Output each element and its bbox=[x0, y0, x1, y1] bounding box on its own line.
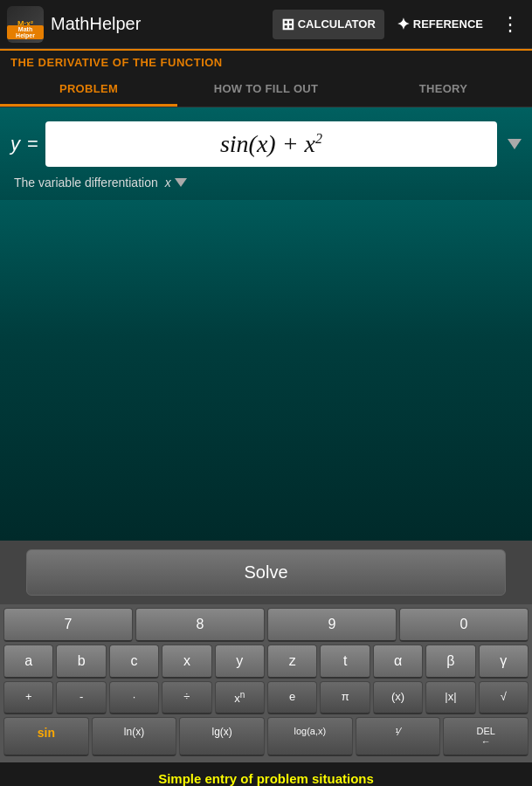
key-sqrt[interactable]: √ bbox=[479, 681, 529, 714]
reference-icon: ✦ bbox=[397, 15, 410, 34]
equation-input-box[interactable]: sin(x) + x2 bbox=[45, 121, 497, 167]
equation-text: sin(x) + x2 bbox=[220, 130, 322, 158]
key-c[interactable]: c bbox=[109, 645, 159, 679]
key-log[interactable]: log(a,x) bbox=[267, 717, 353, 756]
app-title: MathHelper bbox=[51, 14, 273, 34]
key-minus[interactable]: - bbox=[56, 681, 106, 714]
key-t[interactable]: t bbox=[320, 645, 370, 679]
dropdown-triangle-icon[interactable] bbox=[508, 139, 522, 149]
key-delete[interactable]: DEL← bbox=[443, 717, 529, 756]
reference-nav-button[interactable]: ✦ REFERENCE bbox=[388, 10, 492, 39]
section-header: THE DERIVATIVE OF THE FUNCTION bbox=[0, 49, 532, 73]
variable-differentiation-label: The variable differentiation bbox=[14, 176, 158, 190]
key-row-functions: sin ln(x) lg(x) log(a,x) ¹⁄ DEL← bbox=[3, 717, 529, 756]
key-7[interactable]: 7 bbox=[3, 608, 133, 642]
key-ln[interactable]: ln(x) bbox=[92, 717, 177, 756]
key-9[interactable]: 9 bbox=[267, 608, 397, 642]
key-dot[interactable]: · bbox=[109, 681, 159, 714]
equation-superscript: 2 bbox=[315, 131, 322, 146]
calculator-label: CALCULATOR bbox=[298, 17, 376, 31]
variable-dropdown-icon[interactable] bbox=[175, 178, 187, 187]
key-parens-x[interactable]: (x) bbox=[373, 681, 423, 714]
calculator-nav-button[interactable]: ⊞ CALCULATOR bbox=[273, 10, 384, 39]
tab-problem[interactable]: PROBLEM bbox=[0, 73, 177, 107]
key-inverse[interactable]: ¹⁄ bbox=[356, 717, 441, 756]
keyboard: 7 8 9 0 a b c x y z t α β γ + - · ÷ xn e… bbox=[0, 604, 532, 762]
key-pi[interactable]: π bbox=[320, 681, 370, 714]
tabs-bar: PROBLEM HOW TO FILL OUT THEORY bbox=[0, 73, 532, 107]
menu-button[interactable]: ⋮ bbox=[495, 8, 525, 41]
key-divide[interactable]: ÷ bbox=[162, 681, 211, 714]
key-abs-x[interactable]: |x| bbox=[425, 681, 475, 714]
key-row-numbers-top: 7 8 9 0 bbox=[3, 608, 529, 642]
bottom-banner-text: Simple entry of problem situations bbox=[158, 771, 374, 786]
section-header-text: THE DERIVATIVE OF THE FUNCTION bbox=[10, 56, 223, 69]
key-gamma[interactable]: γ bbox=[479, 645, 529, 679]
equation-row: y = sin(x) + x2 bbox=[10, 121, 522, 167]
equals-sign: = bbox=[27, 133, 38, 155]
app-icon-label: Math Helper bbox=[7, 25, 44, 39]
key-beta[interactable]: β bbox=[425, 645, 475, 679]
tab-theory[interactable]: THEORY bbox=[355, 73, 532, 107]
main-content-area bbox=[0, 200, 532, 541]
key-x[interactable]: x bbox=[162, 645, 211, 679]
nav-buttons: ⊞ CALCULATOR ✦ REFERENCE ⋮ bbox=[273, 8, 525, 41]
bottom-banner: Simple entry of problem situations bbox=[0, 762, 532, 786]
solve-button[interactable]: Solve bbox=[26, 549, 506, 596]
problem-area: y = sin(x) + x2 The variable differentia… bbox=[0, 107, 532, 200]
calculator-icon: ⊞ bbox=[281, 15, 294, 34]
key-power[interactable]: xn bbox=[215, 681, 265, 714]
reference-label: REFERENCE bbox=[413, 17, 483, 31]
key-alpha[interactable]: α bbox=[373, 645, 423, 679]
key-z[interactable]: z bbox=[267, 645, 317, 679]
solve-section: Solve bbox=[0, 541, 532, 604]
variable-row: The variable differentiation x bbox=[10, 176, 522, 190]
key-row-alpha: a b c x y z t α β γ bbox=[3, 645, 529, 679]
variable-value: x bbox=[165, 176, 171, 190]
key-sin[interactable]: sin bbox=[3, 717, 89, 756]
tab-how-to-fill-out[interactable]: HOW TO FILL OUT bbox=[177, 73, 355, 107]
key-lg[interactable]: lg(x) bbox=[179, 717, 265, 756]
top-bar: M·x² Math Helper MathHelper ⊞ CALCULATOR… bbox=[0, 0, 532, 49]
key-e[interactable]: e bbox=[267, 681, 317, 714]
key-plus[interactable]: + bbox=[3, 681, 53, 714]
key-b[interactable]: b bbox=[56, 645, 106, 679]
key-a[interactable]: a bbox=[3, 645, 53, 679]
key-0[interactable]: 0 bbox=[399, 608, 529, 642]
app-icon: M·x² Math Helper bbox=[7, 6, 44, 43]
y-label: y bbox=[10, 133, 20, 155]
key-row-ops: + - · ÷ xn e π (x) |x| √ bbox=[3, 681, 529, 714]
key-8[interactable]: 8 bbox=[135, 608, 265, 642]
key-y[interactable]: y bbox=[215, 645, 265, 679]
